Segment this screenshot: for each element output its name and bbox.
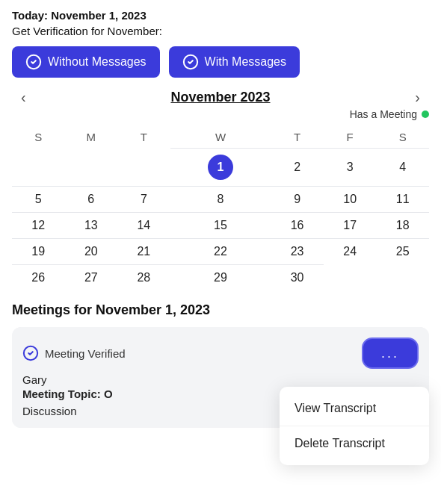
check-circle-icon-2 xyxy=(182,54,199,70)
card-top-row: Meeting Verified ... xyxy=(22,337,419,369)
calendar-day-cell xyxy=(324,265,377,291)
meetings-title: Meetings for November 1, 2023 xyxy=(12,302,429,318)
meeting-card-area: Meeting Verified ... Gary Meeting Topic:… xyxy=(12,327,429,428)
today-label: Today: November 1, 2023 xyxy=(12,9,429,22)
calendar-day-cell[interactable]: 30 xyxy=(271,265,324,291)
calendar-day-cell[interactable]: 6 xyxy=(65,187,118,213)
meeting-name: Gary xyxy=(22,373,419,386)
calendar-day-cell[interactable]: 19 xyxy=(12,239,65,265)
dropdown-item[interactable]: View Transcript xyxy=(280,391,429,426)
calendar-day-cell xyxy=(376,265,429,291)
verified-icon xyxy=(22,345,39,361)
calendar-day-cell[interactable]: 13 xyxy=(65,213,118,239)
calendar-week-row: 1234 xyxy=(12,149,429,187)
calendar-day-cell[interactable]: 21 xyxy=(117,239,170,265)
weekday-header-cell: S xyxy=(12,126,65,149)
calendar-day-cell[interactable]: 12 xyxy=(12,213,65,239)
today-date: November 1, 2023 xyxy=(51,9,147,22)
calendar-day-cell[interactable]: 20 xyxy=(65,239,118,265)
calendar-day-cell[interactable]: 29 xyxy=(170,265,271,291)
next-month-button[interactable]: › xyxy=(406,86,429,109)
today-prefix: Today: xyxy=(12,9,51,22)
calendar-day-cell xyxy=(117,149,170,187)
options-button[interactable]: ... xyxy=(362,337,419,369)
verified-row: Meeting Verified xyxy=(22,345,126,361)
dropdown-item[interactable]: Delete Transcript xyxy=(280,426,429,461)
calendar-day-cell[interactable]: 8 xyxy=(170,187,271,213)
calendar-day-cell xyxy=(65,149,118,187)
check-circle-icon xyxy=(25,54,42,70)
calendar-day-cell[interactable]: 10 xyxy=(324,187,377,213)
calendar-grid: SMTWTFS 12345678910111213141516171819202… xyxy=(12,126,429,290)
calendar-day-cell xyxy=(12,149,65,187)
weekday-header-cell: S xyxy=(376,126,429,149)
weekday-header-cell: W xyxy=(170,126,271,149)
calendar-day-cell[interactable]: 15 xyxy=(170,213,271,239)
verified-label: Meeting Verified xyxy=(45,347,126,360)
has-meeting-row: Has a Meeting xyxy=(12,108,429,120)
calendar-day-cell[interactable]: 1 xyxy=(170,149,271,187)
prev-month-button[interactable]: ‹ xyxy=(12,86,35,109)
with-messages-label: With Messages xyxy=(205,55,286,69)
weekday-header-cell: M xyxy=(65,126,118,149)
button-row: Without Messages With Messages xyxy=(12,46,429,78)
calendar-day-cell[interactable]: 7 xyxy=(117,187,170,213)
calendar-month-title: November 2023 xyxy=(170,90,270,105)
verify-label: Get Verification for November: xyxy=(12,25,429,37)
calendar-day-cell[interactable]: 5 xyxy=(12,187,65,213)
calendar-day-cell[interactable]: 24 xyxy=(324,239,377,265)
calendar-day-cell[interactable]: 16 xyxy=(271,213,324,239)
calendar-week-row: 567891011 xyxy=(12,187,429,213)
calendar-day-cell[interactable]: 28 xyxy=(117,265,170,291)
topic-prefix: Meeting Topic: xyxy=(22,388,104,400)
calendar-day-cell[interactable]: 9 xyxy=(271,187,324,213)
today-day-highlight: 1 xyxy=(208,155,233,180)
calendar-day-cell[interactable]: 22 xyxy=(170,239,271,265)
calendar-day-cell[interactable]: 2 xyxy=(271,149,324,187)
calendar-day-cell[interactable]: 14 xyxy=(117,213,170,239)
meeting-indicator-dot xyxy=(422,111,429,118)
calendar-day-cell[interactable]: 17 xyxy=(324,213,377,239)
calendar-day-cell[interactable]: 3 xyxy=(324,149,377,187)
topic-value: O xyxy=(104,388,113,400)
weekday-header-cell: T xyxy=(271,126,324,149)
weekday-header-cell: T xyxy=(117,126,170,149)
weekday-header-cell: F xyxy=(324,126,377,149)
calendar-day-cell[interactable]: 27 xyxy=(65,265,118,291)
calendar-day-cell[interactable]: 11 xyxy=(376,187,429,213)
calendar-section: ‹ November 2023 › Has a Meeting SMTWTFS … xyxy=(0,90,441,290)
has-meeting-label: Has a Meeting xyxy=(350,108,417,120)
calendar-week-row: 2627282930 xyxy=(12,265,429,291)
dropdown-menu: View TranscriptDelete Transcript xyxy=(280,387,429,465)
top-section: Today: November 1, 2023 Get Verification… xyxy=(0,0,441,78)
calendar-day-cell[interactable]: 4 xyxy=(376,149,429,187)
calendar-day-cell[interactable]: 25 xyxy=(376,239,429,265)
without-messages-label: Without Messages xyxy=(48,55,147,69)
calendar-week-row: 12131415161718 xyxy=(12,213,429,239)
calendar-day-cell[interactable]: 18 xyxy=(376,213,429,239)
with-messages-button[interactable]: With Messages xyxy=(169,46,300,78)
calendar-day-cell[interactable]: 23 xyxy=(271,239,324,265)
calendar-week-row: 19202122232425 xyxy=(12,239,429,265)
calendar-day-cell[interactable]: 26 xyxy=(12,265,65,291)
meetings-section: Meetings for November 1, 2023 Meeting Ve… xyxy=(0,290,441,428)
without-messages-button[interactable]: Without Messages xyxy=(12,46,160,78)
calendar-nav: ‹ November 2023 › xyxy=(12,90,429,105)
